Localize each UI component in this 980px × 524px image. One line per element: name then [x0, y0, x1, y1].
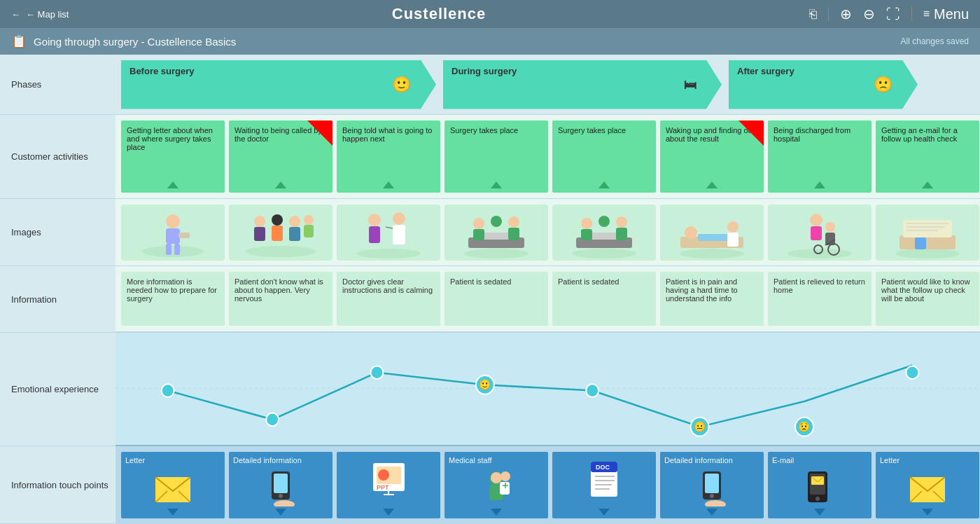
- doc-icon: 📋: [11, 34, 27, 49]
- divider2: [911, 7, 912, 21]
- activity-card-5[interactable]: Waking up and finding out about the resu…: [660, 120, 764, 193]
- svg-point-15: [356, 249, 421, 258]
- svg-point-61: [162, 384, 174, 397]
- svg-point-16: [368, 214, 381, 226]
- touchpoints-row: Letter Detailed information: [115, 446, 980, 524]
- activity-card-6[interactable]: Being discharged from hospital: [768, 120, 872, 193]
- svg-point-45: [810, 214, 822, 226]
- info-card-3[interactable]: Patient is sedated: [444, 272, 548, 326]
- svg-rect-27: [508, 228, 519, 240]
- svg-point-26: [508, 216, 519, 228]
- back-label: ← Map list: [26, 9, 69, 20]
- svg-text:DOC: DOC: [596, 464, 610, 471]
- svg-point-7: [254, 216, 265, 227]
- phase-after-icon: 🙁: [874, 76, 892, 94]
- svg-rect-42: [727, 233, 738, 247]
- activity-card-7[interactable]: Getting an e-mail for a follow up health…: [876, 120, 979, 193]
- activity-card-0[interactable]: Getting letter about when and where surg…: [121, 120, 225, 193]
- main-layout: Phases Customer activities Images Inform…: [0, 55, 980, 524]
- activity-text-2: Being told what is going to happen next: [342, 126, 432, 143]
- svg-point-101: [710, 494, 714, 498]
- image-card-5: [660, 205, 764, 261]
- svg-rect-10: [272, 226, 283, 241]
- back-arrow-icon: ←: [11, 9, 20, 20]
- svg-point-63: [371, 366, 384, 379]
- phase-during-surgery[interactable]: During surgery 🛏: [443, 60, 722, 109]
- activities-label: Customer activities: [0, 115, 115, 199]
- svg-rect-8: [254, 227, 265, 241]
- info-card-5[interactable]: Patient is in pain and having a hard tim…: [660, 272, 764, 326]
- document-title: Going through surgery - Custellence Basi…: [34, 36, 236, 48]
- svg-rect-4: [174, 244, 180, 255]
- info-card-0[interactable]: More information is needed how to prepar…: [121, 272, 225, 326]
- phase-before-label: Before surgery: [130, 66, 194, 76]
- svg-point-86: [491, 472, 502, 483]
- svg-rect-5: [178, 233, 190, 238]
- share-icon[interactable]: ⎗: [809, 7, 817, 22]
- info-card-4[interactable]: Patient is sedated: [552, 272, 656, 326]
- svg-rect-17: [369, 226, 380, 243]
- activity-card-2[interactable]: Being told what is going to happen next: [337, 120, 440, 193]
- svg-rect-55: [915, 237, 926, 249]
- touchpoint-card-6[interactable]: E-mail: [768, 452, 872, 518]
- activity-card-1[interactable]: Waiting to being called by the doctor: [229, 120, 332, 193]
- svg-rect-2: [166, 228, 180, 244]
- menu-button[interactable]: ≡ Menu: [923, 6, 969, 22]
- document-title-area: 📋 Going through surgery - Custellence Ba…: [11, 34, 236, 49]
- zoom-out-icon[interactable]: ⊖: [863, 6, 875, 22]
- phase-before-surgery[interactable]: Before surgery 🙂: [121, 60, 436, 109]
- touchpoint-label-7: Letter: [880, 456, 899, 464]
- touchpoint-card-2[interactable]: PPT: [337, 452, 440, 518]
- info-card-1[interactable]: Patient don't know what is about to happ…: [229, 272, 332, 326]
- svg-line-20: [386, 227, 393, 228]
- svg-point-21: [464, 249, 528, 258]
- touchpoint-card-4[interactable]: DOC: [552, 452, 656, 518]
- image-card-0: [121, 205, 225, 261]
- activity-card-3[interactable]: Surgery takes place: [444, 120, 548, 193]
- info-card-7[interactable]: Patient would like to know what the foll…: [876, 272, 979, 326]
- svg-rect-12: [289, 227, 300, 241]
- info-card-2[interactable]: Doctor gives clear instructions and is c…: [337, 272, 440, 326]
- svg-point-41: [727, 221, 738, 233]
- emotional-label: Emotional experience: [0, 333, 115, 446]
- svg-rect-56: [903, 220, 952, 237]
- touchpoint-card-7[interactable]: Letter: [876, 452, 979, 518]
- svg-point-29: [572, 249, 636, 258]
- touchpoints-label: Information touch points: [0, 446, 115, 524]
- image-card-2: [337, 205, 440, 261]
- touchpoint-card-1[interactable]: Detailed information: [229, 452, 332, 518]
- activity-text-4: Surgery takes place: [558, 126, 626, 135]
- touchpoint-card-0[interactable]: Letter: [121, 452, 225, 518]
- phase-after-surgery[interactable]: After surgery 🙁: [729, 60, 918, 109]
- touchpoint-card-5[interactable]: Detailed information: [660, 452, 764, 518]
- svg-rect-33: [581, 229, 592, 240]
- phase-during-icon: 🛏: [684, 77, 696, 92]
- info-text-0: More information is needed how to prepar…: [127, 277, 217, 303]
- svg-point-1: [166, 214, 180, 228]
- info-card-6[interactable]: Patient is relieved to return home: [768, 272, 872, 326]
- info-text-2: Doctor gives clear instructions and is c…: [342, 277, 433, 294]
- svg-point-78: [274, 500, 295, 506]
- svg-point-24: [473, 218, 484, 229]
- svg-point-39: [685, 226, 697, 239]
- svg-point-9: [272, 214, 283, 226]
- image-card-4: [552, 205, 656, 261]
- svg-point-81: [378, 469, 389, 481]
- svg-rect-89: [500, 482, 510, 495]
- content-area: Before surgery 🙂 During surgery 🛏 After …: [115, 55, 980, 524]
- back-button[interactable]: ← ← Map list: [11, 9, 69, 20]
- image-card-3: [444, 205, 548, 261]
- svg-point-88: [500, 471, 510, 481]
- svg-rect-14: [304, 225, 314, 237]
- fullscreen-icon[interactable]: ⛶: [886, 6, 900, 22]
- zoom-in-icon[interactable]: ⊕: [840, 6, 852, 22]
- emotional-chart: 🙂 😐 😟: [115, 333, 980, 445]
- touchpoint-card-3[interactable]: Medical staff: [444, 452, 548, 518]
- svg-rect-25: [473, 229, 484, 240]
- svg-rect-46: [811, 226, 822, 240]
- svg-text:PPT: PPT: [377, 484, 389, 491]
- svg-rect-19: [393, 225, 405, 244]
- image-card-1: [229, 205, 332, 261]
- activity-card-4[interactable]: Surgery takes place: [552, 120, 656, 193]
- svg-point-0: [142, 246, 204, 257]
